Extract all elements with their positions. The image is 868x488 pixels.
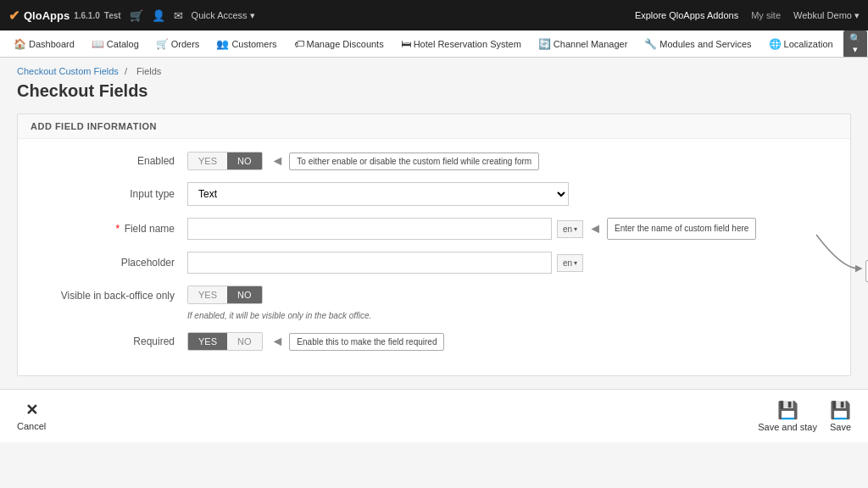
input-type-label: Input type — [35, 188, 187, 200]
visible-help-text: If enabled, it will be visible only in t… — [187, 311, 371, 320]
nav-modules[interactable]: 🔧 Modules and Services — [637, 35, 758, 53]
nav-channel[interactable]: 🔄 Channel Manager — [531, 35, 634, 53]
app-version: 1.6.1.0 — [74, 11, 100, 20]
enabled-toggle: YES NO — [187, 152, 263, 170]
field-name-lang[interactable]: en — [557, 220, 583, 238]
my-site-link[interactable]: My site — [751, 10, 781, 20]
cancel-x-icon: ✕ — [25, 401, 38, 419]
app-name: QloApps — [24, 9, 70, 22]
field-name-input[interactable] — [187, 218, 552, 240]
nav-catalog-label: Catalog — [107, 39, 139, 49]
required-toggle: YES NO — [187, 332, 263, 351]
localization-icon: 🌐 — [769, 38, 782, 50]
field-name-control: en ◄ Enter the name of custom field here — [187, 218, 833, 240]
input-type-row: Input type Text Select Checkbox Radio Te… — [35, 182, 833, 206]
cancel-button[interactable]: ✕ Cancel — [17, 401, 46, 431]
breadcrumb-area: Checkout Custom Fields / Fields — [0, 58, 868, 80]
save-icon: 💾 — [830, 400, 851, 420]
visible-no-btn[interactable]: NO — [227, 286, 262, 303]
cart-icon[interactable]: 🛒 — [130, 9, 143, 22]
nav-dashboard[interactable]: 🏠 Dashboard — [7, 35, 81, 53]
nav-localization-label: Localization — [784, 39, 833, 49]
nav-discounts-label: Manage Discounts — [307, 39, 384, 49]
placeholder-row: Placeholder en Enter the Placeholder her… — [35, 252, 833, 274]
person-icon[interactable]: 👤 — [152, 9, 165, 22]
modules-icon: 🔧 — [644, 38, 657, 50]
catalog-icon: 📖 — [92, 38, 104, 50]
required-no-btn[interactable]: NO — [227, 333, 262, 350]
required-yes-btn[interactable]: YES — [188, 333, 227, 350]
enabled-yes-btn[interactable]: YES — [188, 152, 227, 169]
enabled-control: YES NO ◄ To either enable or disable the… — [187, 152, 833, 170]
visible-yes-btn[interactable]: YES — [188, 286, 227, 303]
field-name-annotation: Enter the name of custom field here — [607, 218, 756, 240]
quick-access-btn[interactable]: Quick Access — [192, 10, 255, 21]
placeholder-input[interactable] — [187, 252, 552, 274]
breadcrumb: Checkout Custom Fields / Fields — [17, 66, 851, 76]
nav-dashboard-label: Dashboard — [29, 39, 75, 49]
visible-toggle: YES NO — [187, 286, 263, 304]
nav-orders[interactable]: 🛒 Orders — [149, 35, 207, 53]
nav-channel-label: Channel Manager — [554, 39, 627, 49]
enabled-label: Enabled — [35, 155, 187, 167]
enabled-row: Enabled YES NO ◄ To either enable or dis… — [35, 152, 833, 170]
enabled-annotation: To either enable or disable the custom f… — [289, 152, 539, 170]
nav-customers[interactable]: 👥 Customers — [209, 35, 283, 53]
webkul-demo-btn[interactable]: Webkul Demo — [793, 10, 860, 21]
placeholder-lang[interactable]: en — [557, 254, 583, 272]
page-title: Checkout Fields — [0, 81, 868, 109]
nav-icons: 🛒 👤 ✉ — [130, 9, 183, 22]
customers-icon: 👥 — [216, 38, 229, 50]
placeholder-label: Placeholder — [35, 257, 187, 269]
placeholder-control: en — [187, 252, 833, 274]
nav-catalog[interactable]: 📖 Catalog — [85, 35, 146, 53]
search-area: 🔍▾ … — [843, 30, 868, 58]
envelope-icon[interactable]: ✉ — [174, 9, 183, 22]
save-actions: 💾 Save and stay 💾 Save — [758, 400, 851, 432]
required-row: Required YES NO ◄ Enable this to make th… — [35, 332, 833, 351]
nav-customers-label: Customers — [231, 39, 276, 49]
form-body: Enabled YES NO ◄ To either enable or dis… — [18, 139, 850, 375]
navbar-right: Explore QloApps Addons My site Webkul De… — [635, 10, 860, 21]
save-and-stay-label: Save and stay — [758, 422, 817, 432]
nav-localization[interactable]: 🌐 Localization — [762, 35, 840, 53]
save-and-stay-button[interactable]: 💾 Save and stay — [758, 400, 817, 432]
app-test: Test — [104, 11, 121, 20]
save-and-stay-icon: 💾 — [777, 400, 798, 420]
breadcrumb-separator: / — [125, 66, 130, 76]
nav-hotel[interactable]: 🛏 Hotel Reservation System — [394, 35, 528, 53]
form-card: ADD FIELD INFORMATION Enabled YES NO ◄ T… — [17, 114, 851, 376]
field-name-row: * Field name en ◄ Enter the name of cust… — [35, 218, 833, 240]
search-toggle-btn[interactable]: 🔍▾ — [843, 30, 867, 58]
logo-icon: ✔ — [8, 8, 19, 24]
enabled-no-btn[interactable]: NO — [227, 152, 262, 169]
enabled-arrow: ◄ — [271, 153, 285, 169]
top-navbar: ✔ QloApps 1.6.1.0 Test 🛒 👤 ✉ Quick Acces… — [0, 0, 868, 30]
second-navbar: 🏠 Dashboard 📖 Catalog 🛒 Orders 👥 Custome… — [0, 30, 868, 58]
section-header: ADD FIELD INFORMATION — [18, 114, 850, 139]
breadcrumb-parent[interactable]: Checkout Custom Fields — [17, 66, 119, 76]
logo: ✔ QloApps 1.6.1.0 Test — [8, 8, 121, 24]
required-star: * — [116, 223, 120, 235]
required-control: YES NO ◄ Enable this to make the field r… — [187, 332, 833, 351]
required-annotation: Enable this to make the field required — [289, 333, 444, 351]
save-button[interactable]: 💾 Save — [830, 400, 851, 432]
cancel-label: Cancel — [17, 421, 46, 431]
nav-discounts[interactable]: 🏷 Manage Discounts — [287, 35, 391, 53]
channel-icon: 🔄 — [538, 38, 551, 50]
placeholder-arrow-svg — [808, 226, 868, 277]
required-label: Required — [35, 336, 187, 347]
required-arrow: ◄ — [271, 334, 285, 349]
field-name-label: * Field name — [35, 223, 187, 235]
explore-addons-link[interactable]: Explore QloApps Addons — [635, 10, 738, 20]
input-type-control: Text Select Checkbox Radio Textarea — [187, 182, 833, 206]
hotel-icon: 🛏 — [401, 38, 411, 50]
main-content: Checkout Custom Fields / Fields Checkout… — [0, 58, 868, 488]
orders-icon: 🛒 — [156, 38, 169, 50]
navbar-left: ✔ QloApps 1.6.1.0 Test 🛒 👤 ✉ Quick Acces… — [8, 8, 255, 24]
input-type-select[interactable]: Text Select Checkbox Radio Textarea — [187, 182, 569, 206]
nav-orders-label: Orders — [171, 39, 200, 49]
nav-modules-label: Modules and Services — [659, 39, 751, 49]
dashboard-icon: 🏠 — [14, 38, 26, 50]
save-label: Save — [830, 422, 851, 432]
